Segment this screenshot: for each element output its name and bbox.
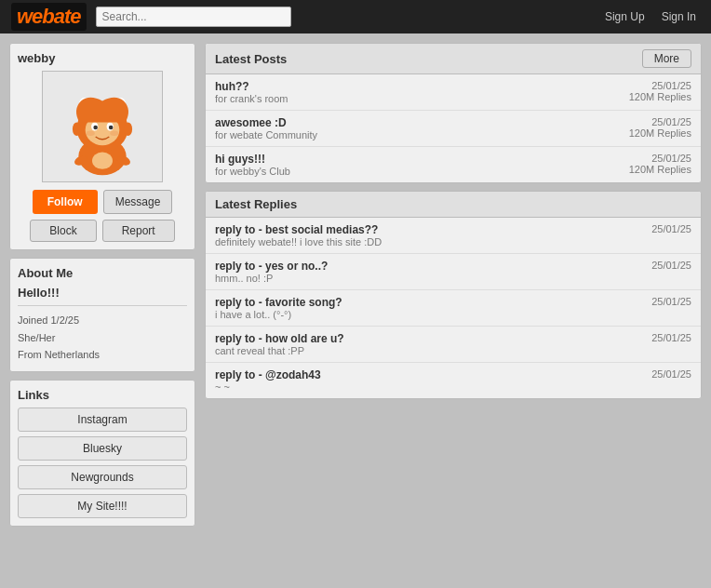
reply-item-2[interactable]: reply to - favorite song? i have a lot..…	[206, 290, 701, 327]
svg-point-6	[109, 126, 114, 130]
main-layout: webby	[0, 33, 711, 536]
about-meta: Joined 1/2/25 She/Her From Netherlands	[18, 312, 187, 364]
profile-panel: webby	[9, 43, 195, 250]
replies-list: reply to - best social medias?? definite…	[206, 218, 701, 398]
links-title: Links	[18, 388, 187, 402]
reply-date-1: 25/01/25	[651, 260, 691, 271]
reply-item-0[interactable]: reply to - best social medias?? definite…	[206, 218, 701, 254]
avatar-image	[51, 75, 154, 178]
logo: webate	[11, 3, 87, 31]
content-area: Latest Posts More huh?? for crank's room…	[205, 43, 702, 399]
primary-actions: Follow Message	[18, 190, 187, 214]
about-title: About Me	[18, 266, 187, 280]
reply-right-3: 25/01/25	[651, 332, 691, 343]
reply-item-4[interactable]: reply to - @zodah43 ~ ~ 25/01/25	[206, 363, 701, 398]
follow-button[interactable]: Follow	[33, 190, 98, 214]
links-list: InstagramBlueskyNewgroundsMy Site!!!!	[18, 408, 187, 518]
post-left-0: huh?? for crank's room	[215, 80, 288, 104]
latest-replies-header: Latest Replies	[206, 192, 701, 218]
reply-left-3: reply to - how old are u? cant reveal th…	[215, 332, 344, 356]
post-left-2: hi guys!!! for webby's Club	[215, 153, 290, 177]
post-date-1: 25/01/25	[629, 116, 691, 127]
reply-right-4: 25/01/25	[651, 368, 691, 380]
reply-title-3: reply to - how old are u?	[215, 332, 344, 345]
post-left-1: awesomee :D for webate Community	[215, 116, 317, 140]
signin-link[interactable]: Sign In	[658, 8, 700, 25]
reply-title-4: reply to - @zodah43	[215, 368, 321, 381]
reply-date-4: 25/01/25	[651, 368, 691, 380]
reply-left-1: reply to - yes or no..? hmm.. no! :P	[215, 260, 328, 284]
post-title-1: awesomee :D	[215, 116, 317, 129]
link-item-3[interactable]: My Site!!!!	[18, 494, 187, 518]
latest-posts-header: Latest Posts More	[206, 44, 701, 74]
post-right-2: 25/01/25 120M Replies	[629, 153, 691, 175]
svg-point-12	[124, 122, 132, 136]
post-date-0: 25/01/25	[629, 80, 691, 91]
block-button[interactable]: Block	[30, 220, 96, 242]
post-right-1: 25/01/25 120M Replies	[629, 116, 691, 139]
post-title-0: huh??	[215, 80, 288, 93]
svg-point-5	[93, 126, 98, 130]
header: webate Sign Up Sign In	[0, 0, 711, 33]
post-replies-0: 120M Replies	[629, 91, 691, 102]
post-sub-0: for crank's room	[215, 93, 288, 104]
reply-left-0: reply to - best social medias?? definite…	[215, 223, 382, 247]
post-date-2: 25/01/25	[629, 153, 691, 164]
report-button[interactable]: Report	[102, 220, 175, 242]
reply-date-3: 25/01/25	[651, 332, 691, 343]
reply-sub-3: cant reveal that :PP	[215, 345, 344, 356]
latest-replies-panel: Latest Replies reply to - best social me…	[205, 191, 702, 399]
link-item-0[interactable]: Instagram	[18, 408, 187, 432]
search-input[interactable]	[96, 7, 291, 27]
post-title-2: hi guys!!!	[215, 153, 290, 166]
post-replies-2: 120M Replies	[629, 164, 691, 175]
profile-username: webby	[18, 51, 187, 65]
reply-item-1[interactable]: reply to - yes or no..? hmm.. no! :P 25/…	[206, 254, 701, 290]
post-replies-1: 120M Replies	[629, 127, 691, 139]
location: From Netherlands	[18, 346, 187, 364]
pronouns: She/Her	[18, 329, 187, 347]
reply-date-2: 25/01/25	[651, 296, 691, 307]
avatar	[42, 71, 163, 182]
reply-right-2: 25/01/25	[651, 296, 691, 307]
svg-point-7	[87, 131, 95, 137]
reply-date-0: 25/01/25	[651, 223, 691, 234]
secondary-actions: Block Report	[18, 220, 187, 242]
post-item-1[interactable]: awesomee :D for webate Community 25/01/2…	[206, 111, 701, 147]
latest-posts-title: Latest Posts	[215, 52, 287, 66]
joined-date: Joined 1/2/25	[18, 312, 187, 329]
post-sub-2: for webby's Club	[215, 166, 290, 177]
svg-point-13	[92, 153, 113, 169]
reply-title-0: reply to - best social medias??	[215, 223, 382, 236]
post-sub-1: for webate Community	[215, 129, 317, 140]
reply-sub-4: ~ ~	[215, 381, 321, 393]
svg-point-8	[110, 131, 118, 137]
reply-title-2: reply to - favorite song?	[215, 296, 342, 309]
reply-item-3[interactable]: reply to - how old are u? cant reveal th…	[206, 327, 701, 363]
about-panel: About Me Hello!!! Joined 1/2/25 She/Her …	[9, 258, 195, 372]
message-button[interactable]: Message	[103, 190, 173, 214]
post-item-2[interactable]: hi guys!!! for webby's Club 25/01/25 120…	[206, 147, 701, 182]
reply-left-4: reply to - @zodah43 ~ ~	[215, 368, 321, 393]
reply-sub-0: definitely webate!! i love this site :DD	[215, 236, 382, 247]
reply-right-1: 25/01/25	[651, 260, 691, 271]
link-item-1[interactable]: Bluesky	[18, 436, 187, 461]
latest-posts-panel: Latest Posts More huh?? for crank's room…	[205, 43, 702, 183]
more-posts-button[interactable]: More	[642, 49, 691, 68]
sidebar: webby	[9, 43, 195, 527]
reply-sub-2: i have a lot.. (°-°)	[215, 309, 342, 320]
about-bio: Hello!!!	[18, 286, 187, 306]
latest-replies-title: Latest Replies	[215, 197, 297, 211]
post-right-0: 25/01/25 120M Replies	[629, 80, 691, 102]
link-item-2[interactable]: Newgrounds	[18, 465, 187, 489]
reply-left-2: reply to - favorite song? i have a lot..…	[215, 296, 342, 320]
links-panel: Links InstagramBlueskyNewgroundsMy Site!…	[9, 380, 195, 527]
reply-sub-1: hmm.. no! :P	[215, 273, 328, 284]
reply-right-0: 25/01/25	[651, 223, 691, 234]
posts-list: huh?? for crank's room 25/01/25 120M Rep…	[206, 74, 701, 182]
signup-link[interactable]: Sign Up	[601, 8, 649, 25]
post-item-0[interactable]: huh?? for crank's room 25/01/25 120M Rep…	[206, 74, 701, 111]
reply-title-1: reply to - yes or no..?	[215, 260, 328, 273]
svg-point-11	[73, 122, 81, 136]
